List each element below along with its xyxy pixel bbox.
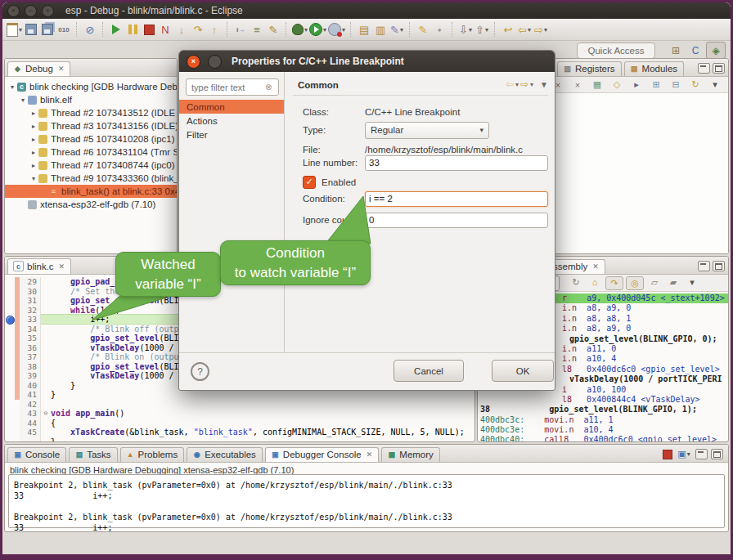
previous-annotation-icon[interactable]: ⇧▾ (474, 21, 490, 38)
view-menu-icon[interactable]: ▾ (684, 276, 700, 289)
breakpoint-ruler[interactable] (5, 334, 15, 343)
minimize-window-icon[interactable]: − (25, 5, 37, 17)
breakpoint-ruler[interactable] (5, 400, 15, 410)
breakpoint-ruler[interactable] (5, 419, 15, 428)
breakpoint-ruler[interactable] (5, 325, 15, 334)
breakpoint-ruler[interactable] (5, 287, 15, 297)
close-tab-icon[interactable]: ✕ (59, 262, 65, 271)
tree-item[interactable]: ▸Thread #3 1073413156 (IDLE) (Susp (5, 119, 177, 132)
breakpoint-ruler[interactable] (5, 277, 15, 287)
debug-perspective-icon[interactable]: ◈ (706, 42, 726, 59)
dialog-nav-actions[interactable]: Actions (179, 114, 284, 128)
skip-all-breakpoints-icon[interactable]: ⊘ (82, 21, 98, 38)
breakpoint-ruler[interactable] (5, 371, 15, 381)
tab-debugger-console[interactable]: ▣Debugger Console✕ (265, 447, 379, 462)
tab-debug[interactable]: ◈ Debug ✕ (7, 61, 70, 76)
open-new-view-icon[interactable]: ▱ (646, 276, 663, 289)
maximize-view-icon[interactable] (711, 449, 723, 459)
view-menu-icon[interactable]: ▾ (707, 78, 723, 92)
tree-item[interactable]: ▾cblink checking [GDB Hardware Debug (5, 80, 177, 93)
external-tools-icon[interactable]: ✎▾ (389, 21, 405, 38)
use-step-filters-icon[interactable]: ✎ (265, 21, 281, 38)
breakpoint-ruler[interactable] (5, 315, 15, 325)
disconnect-icon[interactable]: N (157, 21, 173, 38)
breakpoint-icon[interactable] (6, 316, 15, 325)
tree-item[interactable]: ▸Thread #5 1073410208 (ipc1) (Susp (5, 132, 177, 146)
open-perspective-icon[interactable]: ⊞ (667, 43, 685, 58)
save-all-icon[interactable] (39, 21, 56, 38)
forward-icon[interactable]: ⇨▾ (533, 21, 549, 38)
close-window-icon[interactable]: × (7, 5, 20, 17)
refresh-icon[interactable]: ↻ (568, 276, 584, 289)
tree-item[interactable]: ▾blink.elf (5, 93, 177, 106)
help-button[interactable]: ? (191, 362, 209, 381)
tab-problems[interactable]: ▲Problems (120, 447, 185, 462)
suspend-icon[interactable] (124, 21, 141, 38)
pointer-icon[interactable]: ▸ (628, 78, 645, 92)
condition-input[interactable] (365, 191, 548, 207)
type-select[interactable]: Regular▾ (365, 122, 489, 139)
dialog-nav-common[interactable]: Common (179, 100, 284, 114)
close-tab-icon[interactable]: ✕ (592, 262, 599, 271)
tab-blink-c[interactable]: c blink.c ✕ (7, 258, 71, 274)
tree-item[interactable]: ▸Thread #2 1073413512 (IDLE : Runn (5, 106, 177, 119)
binary-view-icon[interactable]: 010 (56, 21, 72, 38)
tab-executables[interactable]: ◉Executables (187, 447, 263, 462)
back-icon[interactable]: ⇦▾ (516, 21, 533, 38)
clear-filter-icon[interactable]: ⊗ (265, 83, 272, 92)
sync-active-context-icon[interactable]: ↷ (605, 276, 623, 290)
maximize-view-icon[interactable] (713, 261, 725, 271)
breakpoint-ruler[interactable] (5, 409, 15, 419)
tree-item[interactable]: ▾Thread #9 1073433360 (blink_task (5, 172, 177, 185)
step-over-icon[interactable]: ↷ (190, 21, 206, 38)
close-tab-icon[interactable]: ✕ (366, 450, 373, 459)
instruction-stepping-icon[interactable]: i→ (232, 21, 249, 38)
resume-icon[interactable] (108, 21, 124, 38)
breakpoint-ruler[interactable] (5, 437, 15, 443)
profile-icon[interactable]: ▾ (327, 21, 346, 38)
dialog-close-icon[interactable]: × (187, 55, 200, 69)
breakpoint-ruler[interactable] (5, 390, 15, 400)
tree-item[interactable]: xtensa-esp32-elf-gdb (7.10) (5, 198, 177, 211)
tab-tasks[interactable]: ▤Tasks (69, 447, 117, 462)
ignore-count-input[interactable] (365, 213, 548, 228)
terminate-icon[interactable] (141, 21, 157, 38)
tree-item[interactable]: ▸Thread #7 1073408744 (ipc0) (Susp (5, 159, 177, 172)
fold-marker[interactable]: ⊖ (41, 409, 51, 419)
tab-modules[interactable]: ▤Modules (624, 61, 684, 76)
breakpoint-ruler[interactable] (5, 296, 15, 306)
annotation-icon[interactable]: ● (431, 21, 447, 38)
pin-view-icon[interactable]: ▰ (665, 276, 681, 289)
add-register-group-icon[interactable]: ◇ (609, 78, 625, 92)
dialog-restore-icon[interactable] (208, 55, 222, 69)
breakpoint-ruler[interactable] (5, 428, 15, 437)
back-icon[interactable]: ⇦ (506, 78, 514, 90)
terminate-icon[interactable] (663, 450, 672, 459)
tree-item[interactable]: ▸Thread #6 1073431104 (Tmr Svc) (S (5, 146, 177, 159)
tab-registers[interactable]: ▥Registers (557, 61, 622, 76)
enabled-checkbox[interactable]: ✓ (303, 176, 316, 189)
last-edit-location-icon[interactable]: ↩ (500, 21, 516, 38)
minimize-view-icon[interactable] (698, 63, 710, 74)
home-icon[interactable]: ⌂ (587, 276, 603, 289)
minimize-view-icon[interactable] (698, 261, 710, 271)
close-tab-icon[interactable]: ✕ (58, 65, 65, 73)
remove-all-icon[interactable]: × (569, 78, 586, 92)
collapse-all-icon[interactable]: ⊟ (668, 78, 684, 92)
maximize-window-icon[interactable]: + (42, 5, 54, 17)
breakpoint-ruler[interactable] (5, 381, 15, 391)
layout-icon[interactable]: ▦ (589, 78, 605, 92)
breakpoint-ruler[interactable] (5, 352, 15, 362)
step-into-icon[interactable]: ↓ (173, 21, 190, 38)
tree-item[interactable]: ≡blink_task() at blink.c:33 0x400db (5, 185, 177, 198)
run-icon[interactable]: ▾ (308, 21, 327, 38)
filter-input[interactable] (190, 82, 263, 93)
new-wizard-icon[interactable]: ▾ (6, 21, 23, 38)
next-annotation-icon[interactable]: ⇩▾ (457, 21, 474, 38)
view-menu-icon[interactable]: ▼ (540, 80, 548, 89)
line-number-input[interactable] (365, 155, 548, 171)
breakpoint-ruler[interactable] (5, 343, 15, 353)
display-console-icon[interactable]: ▣▾ (676, 448, 692, 460)
forward-icon[interactable]: ⇨ (520, 78, 528, 90)
maximize-view-icon[interactable] (713, 63, 725, 74)
